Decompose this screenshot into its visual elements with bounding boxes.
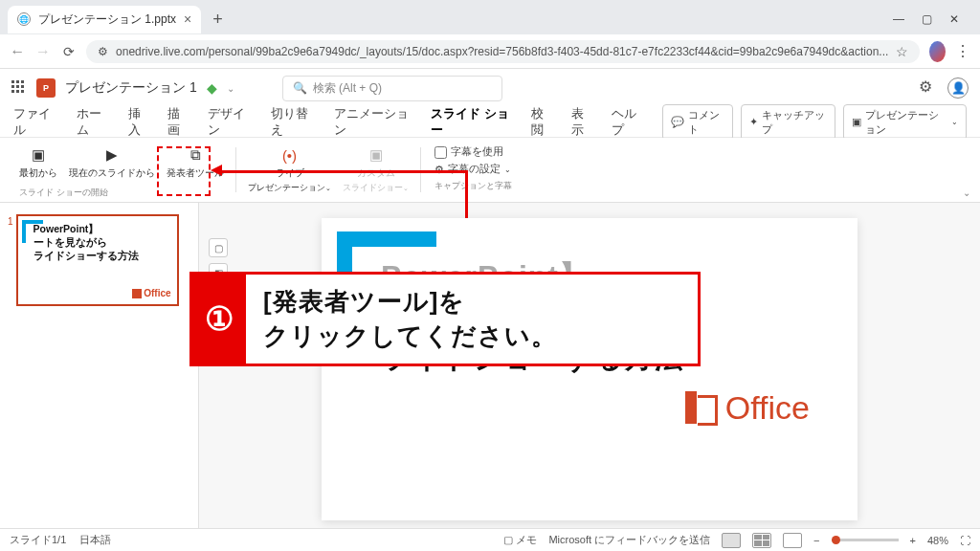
chevron-down-icon[interactable]: ⌄ xyxy=(227,83,234,94)
browser-menu-icon[interactable]: ⋮ xyxy=(955,42,970,60)
from-current-button[interactable]: ▶ 現在のスライドから xyxy=(63,143,161,182)
url-bar: ← → ⟳ ⚙ onedrive.live.com/personal/99ba2… xyxy=(0,34,980,69)
annotation-arrow xyxy=(220,170,467,173)
site-info-icon[interactable]: ⚙ xyxy=(98,45,108,58)
saved-icon[interactable]: ◆ xyxy=(207,80,217,96)
search-input[interactable]: 🔍 検索 (Alt + Q) xyxy=(282,76,502,101)
reload-button[interactable]: ⟳ xyxy=(60,44,77,59)
profile-avatar[interactable] xyxy=(929,41,946,62)
tool-button-1[interactable]: ▢ xyxy=(209,238,228,257)
search-placeholder: 検索 (Alt + Q) xyxy=(313,80,382,97)
tab-title: プレゼンテーション 1.pptx xyxy=(38,11,176,28)
use-captions-checkbox[interactable]: 字幕を使用 xyxy=(434,145,512,159)
normal-view-button[interactable] xyxy=(722,533,741,548)
tab-draw[interactable]: 描画 xyxy=(167,106,190,139)
user-icon[interactable]: 👤 xyxy=(947,77,969,99)
zoom-level[interactable]: 48% xyxy=(927,535,948,546)
address-field[interactable]: ⚙ onedrive.live.com/personal/99ba2c9e6a7… xyxy=(86,40,920,63)
close-icon[interactable]: × xyxy=(184,11,191,27)
catchup-icon: ✦ xyxy=(749,116,758,128)
callout-text: [発表者ツール]を クリックしてください。 xyxy=(246,275,574,364)
catchup-button[interactable]: ✦キャッチアップ xyxy=(741,104,835,141)
new-tab-button[interactable]: + xyxy=(205,10,231,30)
globe-icon: 🌐 xyxy=(17,12,31,26)
callout-number: ① xyxy=(192,275,246,364)
play-from-current-icon: ▶ xyxy=(101,145,122,165)
url-text: onedrive.live.com/personal/99ba2c9e6a794… xyxy=(116,45,888,58)
reading-view-button[interactable] xyxy=(783,533,802,548)
settings-icon[interactable]: ⚙ xyxy=(919,77,932,99)
zoom-in-button[interactable]: + xyxy=(910,535,916,546)
bookmark-icon[interactable]: ☆ xyxy=(896,44,908,59)
annotation-callout: ① [発表者ツール]を クリックしてください。 xyxy=(189,272,701,366)
sorter-view-button[interactable] xyxy=(752,533,771,548)
thumbnail-panel: 1 PowerPoint】 ートを見ながら ライドショーする方法 Office xyxy=(0,203,199,528)
tab-view[interactable]: 表示 xyxy=(571,106,594,139)
document-title[interactable]: プレゼンテーション 1 xyxy=(65,79,197,97)
maximize-button[interactable]: ▢ xyxy=(922,12,932,26)
caption-icon: ⚙ xyxy=(434,164,444,175)
ribbon-tabs: ファイル ホーム 挿入 描画 デザイン 切り替え アニメーション スライド ショ… xyxy=(0,107,980,138)
forward-button[interactable]: → xyxy=(35,43,52,60)
search-icon: 🔍 xyxy=(293,81,307,95)
app-launcher-icon[interactable] xyxy=(11,80,27,96)
tab-review[interactable]: 校閲 xyxy=(531,106,554,139)
thumbnail-index: 1 xyxy=(8,214,13,306)
tab-animations[interactable]: アニメーション xyxy=(334,106,414,139)
close-window-button[interactable]: ✕ xyxy=(949,12,959,26)
app-header: P プレゼンテーション 1 ◆ ⌄ 🔍 検索 (Alt + Q) ⚙ 👤 xyxy=(0,69,980,107)
play-from-start-icon: ▣ xyxy=(28,145,49,165)
tab-design[interactable]: デザイン xyxy=(208,106,254,139)
annotation-highlight-box xyxy=(157,146,211,196)
language-indicator[interactable]: 日本語 xyxy=(79,533,111,547)
office-logo: Office xyxy=(132,288,170,298)
slide-thumbnail[interactable]: PowerPoint】 ートを見ながら ライドショーする方法 Office xyxy=(16,214,179,306)
collapse-ribbon-icon[interactable]: ⌄ xyxy=(963,187,970,198)
browser-tab-bar: 🌐 プレゼンテーション 1.pptx × + — ▢ ✕ xyxy=(0,0,980,34)
notes-button[interactable]: ▢ メモ xyxy=(503,533,537,547)
tab-help[interactable]: ヘルプ xyxy=(612,106,646,139)
group-label-captions: キャプションと字幕 xyxy=(434,180,512,192)
tab-insert[interactable]: 挿入 xyxy=(128,106,151,139)
annotation-arrow-head xyxy=(211,165,222,176)
tab-transitions[interactable]: 切り替え xyxy=(271,106,317,139)
present-button[interactable]: ▣プレゼンテーション⌄ xyxy=(843,104,967,141)
zoom-slider[interactable] xyxy=(832,539,899,541)
back-button[interactable]: ← xyxy=(10,43,26,60)
caption-settings-button[interactable]: ⚙ 字幕の設定 ⌄ xyxy=(434,163,512,176)
fit-to-window-button[interactable]: ⛶ xyxy=(960,535,970,546)
zoom-out-button[interactable]: − xyxy=(813,535,819,546)
notes-icon: ▢ xyxy=(503,534,513,545)
slide[interactable]: PowerPoint】 ートを見ながら ライドショーする方法 Office xyxy=(322,218,858,520)
slide-counter[interactable]: スライド1/1 xyxy=(10,533,66,547)
comment-icon: 💬 xyxy=(671,116,684,128)
ribbon-content: ▣ 最初から ▶ 現在のスライドから ⧉ 発表者ツール スライド ショーの開始 … xyxy=(0,138,980,203)
minimize-button[interactable]: — xyxy=(893,12,904,26)
window-controls: — ▢ ✕ xyxy=(893,12,972,26)
powerpoint-logo-icon: P xyxy=(36,78,56,98)
from-beginning-button[interactable]: ▣ 最初から xyxy=(13,143,63,182)
broadcast-icon: (•) xyxy=(279,145,301,165)
tab-file[interactable]: ファイル xyxy=(13,106,59,139)
present-icon: ▣ xyxy=(852,116,861,128)
custom-show-icon: ▣ xyxy=(366,145,387,165)
comments-button[interactable]: 💬コメント xyxy=(662,104,733,141)
office-logo: Office xyxy=(350,389,829,427)
browser-tab[interactable]: 🌐 プレゼンテーション 1.pptx × xyxy=(8,6,201,33)
feedback-button[interactable]: Microsoft にフィードバックを送信 xyxy=(548,533,710,547)
status-bar: スライド1/1 日本語 ▢ メモ Microsoft にフィードバックを送信 −… xyxy=(0,528,980,551)
tab-home[interactable]: ホーム xyxy=(77,106,111,139)
